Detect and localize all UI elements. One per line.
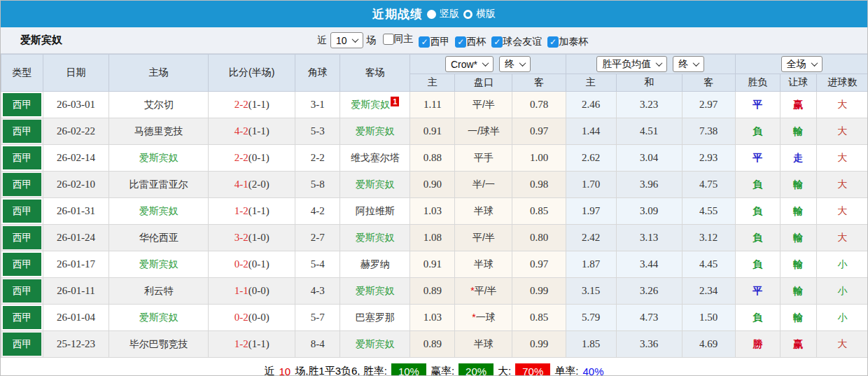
scope-group-header: 全场 — [735, 55, 868, 74]
cell-home-team[interactable]: 毕尔巴鄂竞技 — [109, 331, 209, 358]
checkbox-icon[interactable]: ✓ — [419, 36, 430, 48]
cell-home-team[interactable]: 爱斯宾奴 — [109, 145, 209, 172]
cell-home-team[interactable]: 艾尔切 — [109, 92, 209, 118]
summary-text: 近 — [264, 365, 274, 376]
cell-handicap: 半球 — [455, 251, 512, 278]
cell-avg-away: 4.69 — [682, 331, 735, 358]
avg-time-select[interactable]: 终 — [673, 56, 704, 72]
cell-away-team[interactable]: 爱斯宾奴 — [340, 225, 410, 251]
cell-away-team[interactable]: 阿拉维斯 — [340, 198, 410, 225]
cell-away-team[interactable]: 爱斯宾奴 — [340, 118, 410, 145]
summary-text: 场,胜1平3负6, 胜率: — [295, 365, 387, 376]
league-badge: 西甲 — [3, 120, 41, 143]
result-text: 負 — [752, 232, 762, 243]
cell-odds-away: 0.80 — [512, 225, 566, 251]
table-row: 西甲 26-02-22 马德里竞技 4-2(1-1) 5-3 爱斯宾奴 0.91… — [1, 118, 868, 145]
score-fulltime: 2-2 — [234, 99, 248, 110]
score-halftime: (1-1) — [248, 205, 270, 216]
league-badge: 西甲 — [3, 279, 41, 302]
cell-odds-home: 1.08 — [410, 225, 455, 251]
layout-radio-vertical-label[interactable]: 竖版 — [440, 8, 459, 20]
goals-text: 大 — [837, 338, 847, 349]
handicap-text: 平/半 — [475, 285, 497, 296]
filter-checkbox[interactable]: ✓ 球会友谊 — [491, 36, 542, 48]
cell-score: 1-2(1-1) — [209, 198, 295, 225]
col-header-type: 类型 — [1, 55, 43, 92]
result-text: 平 — [752, 152, 762, 163]
score-halftime: (0-1) — [248, 152, 270, 163]
cell-result: 負 — [735, 118, 780, 145]
cell-home-team[interactable]: 马德里竞技 — [109, 118, 209, 145]
cell-odds-away: 0.85 — [512, 305, 566, 331]
cell-date: 26-03-01 — [43, 92, 109, 118]
cell-away-team[interactable]: 赫罗纳 — [340, 251, 410, 278]
handicap-text: 平手 — [474, 152, 493, 163]
cell-away-team[interactable]: 爱斯宾奴 — [340, 331, 410, 358]
cell-away-team[interactable]: 爱斯宾奴 — [340, 172, 410, 198]
cell-goals: 小 — [816, 251, 868, 278]
col-header-result: 胜负 — [735, 74, 780, 92]
cell-away-team[interactable]: 巴塞罗那 — [340, 305, 410, 331]
cell-handicap-result: 輸 — [780, 305, 816, 331]
checkbox-icon[interactable] — [383, 34, 394, 45]
cell-avg-home: 1.87 — [566, 251, 616, 278]
cell-away-team[interactable]: 维戈塞尔塔 — [340, 145, 410, 172]
checkbox-icon[interactable]: ✓ — [547, 36, 559, 48]
cell-handicap: *平/半 — [455, 278, 512, 305]
cell-home-team[interactable]: 爱斯宾奴 — [109, 198, 209, 225]
cell-home-team[interactable]: 利云特 — [109, 278, 209, 305]
handicap-result-text: 輸 — [793, 258, 803, 270]
col-header-avg-draw: 和 — [616, 74, 682, 92]
score-fulltime: 1-1 — [234, 285, 248, 296]
cell-score: 0-2(0-0) — [209, 305, 295, 331]
cell-home-team[interactable]: 爱斯宾奴 — [109, 251, 209, 278]
cell-away-team[interactable]: 爱斯宾奴 — [340, 278, 410, 305]
cell-date: 26-02-10 — [43, 172, 109, 198]
filter-checkbox[interactable]: ✓ 加泰杯 — [547, 36, 588, 48]
odds-time-select[interactable]: 终 — [499, 56, 531, 72]
goals-text: 大 — [837, 125, 847, 137]
cell-result: 負 — [735, 225, 780, 251]
filter-checkbox[interactable]: ✓ 西甲 — [419, 36, 449, 48]
filter-checkbox-label: 西甲 — [430, 36, 449, 48]
avg-source-select[interactable]: 胜平负均值 — [596, 56, 667, 72]
layout-radio-horizontal-label[interactable]: 横版 — [476, 8, 496, 20]
cell-result: 勝 — [735, 331, 780, 358]
table-row: 西甲 26-03-01 艾尔切 2-2(1-1) 3-1 爱斯宾奴1 1.11 … — [1, 92, 868, 118]
cell-goals: 大 — [816, 331, 868, 358]
scope-select[interactable]: 全场 — [781, 56, 822, 72]
checkbox-icon[interactable]: ✓ — [491, 36, 503, 48]
filter-checkbox[interactable]: ✓ 西杯 — [455, 36, 486, 48]
cell-home-team[interactable]: 华伦西亚 — [109, 225, 209, 251]
cell-odds-away: 1.00 — [512, 145, 566, 172]
cell-date: 26-02-22 — [43, 118, 109, 145]
cell-home-team[interactable]: 比雷亚雷亚尔 — [109, 172, 209, 198]
score-halftime: (0-0) — [248, 312, 270, 323]
filter-controls: 近 10 场 同主 ✓ 西甲 ✓ 西杯 ✓ 球会友谊 ✓ 加泰杯 — [317, 32, 588, 48]
filter-checkbox-label: 同主 — [394, 33, 414, 46]
chevron-down-icon — [656, 60, 663, 67]
match-count-select[interactable]: 10 — [330, 32, 363, 48]
checkbox-icon[interactable]: ✓ — [455, 36, 466, 48]
cell-away-team[interactable]: 爱斯宾奴1 — [340, 92, 410, 118]
layout-radio-vertical[interactable] — [427, 10, 436, 19]
handicap-result-text: 輸 — [793, 285, 803, 296]
away-team-name: 爱斯宾奴 — [356, 232, 395, 243]
cell-league: 西甲 — [1, 92, 43, 118]
cell-home-team[interactable]: 爱斯宾奴 — [109, 305, 209, 331]
cell-avg-draw: 3.13 — [616, 225, 682, 251]
cell-avg-away: 4.45 — [682, 251, 735, 278]
cell-league: 西甲 — [1, 225, 43, 251]
layout-radio-horizontal[interactable] — [463, 10, 472, 19]
cell-corners: 5-3 — [295, 118, 340, 145]
filter-checkbox[interactable]: 同主 — [383, 33, 414, 46]
cell-league: 西甲 — [1, 251, 43, 278]
cell-avg-away: 2.93 — [682, 145, 735, 172]
result-text: 負 — [752, 125, 762, 137]
odds-source-select[interactable]: Crow* — [445, 56, 493, 72]
handicap-text: 半球 — [474, 258, 493, 270]
score-halftime: (1-1) — [248, 125, 270, 137]
cell-corners: 5-8 — [295, 172, 340, 198]
table-row: 西甲 26-02-14 爱斯宾奴 2-2(0-1) 2-2 维戈塞尔塔 0.88… — [1, 145, 868, 172]
result-text: 負 — [752, 205, 762, 216]
